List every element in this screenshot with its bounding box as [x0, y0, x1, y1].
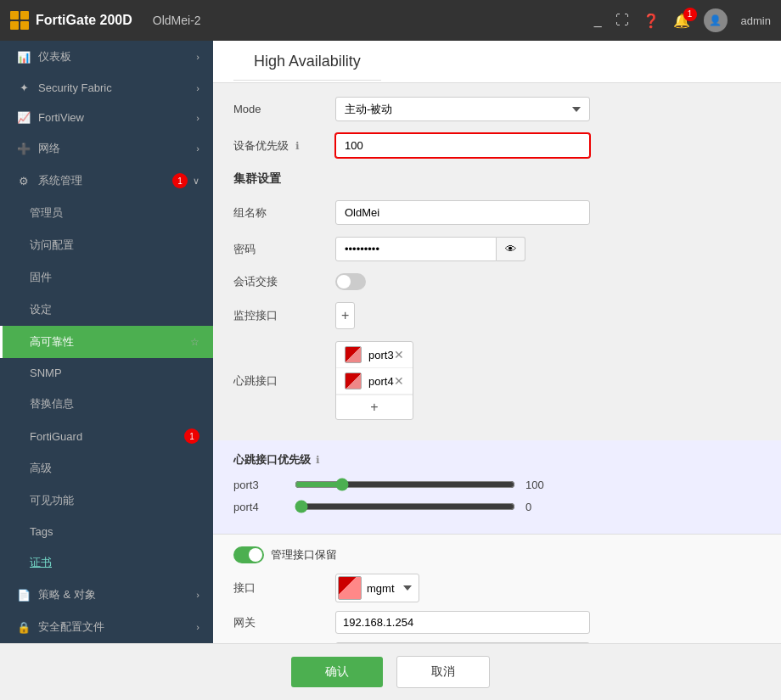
- cancel-button[interactable]: 取消: [396, 656, 490, 688]
- sidebar-item-firmware[interactable]: 固件: [0, 261, 213, 294]
- main-layout: 📊 仪表板 › ✦ Security Fabric › 📈 FortiView …: [0, 41, 781, 643]
- mgmt-gateway-row: 网关 192.168.1.254: [233, 611, 761, 634]
- policy-icon: 📄: [16, 589, 31, 602]
- group-name-input[interactable]: OldMei: [335, 200, 590, 225]
- sidebar-item-settings[interactable]: 设定: [0, 294, 213, 326]
- sidebar-label-dashboard: 仪表板: [38, 49, 71, 64]
- sidebar-item-fortiguard[interactable]: FortiGuard 1: [0, 420, 213, 452]
- port4-remove-button[interactable]: ✕: [394, 374, 404, 388]
- sidebar-item-system-mgmt[interactable]: ⚙ 系统管理 1 ∨: [0, 165, 213, 197]
- sidebar-label-network: 网络: [38, 141, 60, 156]
- avatar[interactable]: 👤: [704, 8, 728, 32]
- brand-name: FortiGate 200D: [36, 13, 132, 28]
- mgmt-iface-select[interactable]: mgmt: [363, 578, 419, 599]
- nav-icons: _ ⛶ ❓ 🔔 1 👤 admin: [594, 8, 771, 32]
- port3-remove-button[interactable]: ✕: [394, 348, 404, 361]
- sidebar-item-visible-feature[interactable]: 可见功能: [0, 484, 213, 517]
- system-badge: 1: [172, 173, 188, 188]
- password-row: 密码 👁: [233, 237, 761, 261]
- priority-port4-label: port4: [233, 501, 284, 513]
- group-name-row: 组名称 OldMei: [233, 200, 761, 225]
- terminal-icon[interactable]: _: [594, 13, 602, 28]
- sidebar-label-advanced: 高级: [30, 461, 52, 476]
- top-nav: FortiGate 200D OldMei-2 _ ⛶ ❓ 🔔 1 👤 admi…: [0, 0, 781, 41]
- mgmt-iface-toggle[interactable]: [233, 546, 264, 563]
- sidebar-item-access-config[interactable]: 访问配置: [0, 229, 213, 261]
- password-input[interactable]: [335, 237, 497, 261]
- sidebar-item-advanced[interactable]: 高级: [0, 452, 213, 484]
- fortiguard-badge: 1: [184, 428, 199, 444]
- sidebar-item-policy-obj[interactable]: 📄 策略 & 对象 ›: [0, 579, 213, 611]
- mgmt-gateway-input[interactable]: 192.168.1.254: [335, 611, 590, 634]
- sidebar-label-replace-msg: 替换信息: [30, 396, 74, 412]
- sidebar-label-fortiguard: FortiGuard: [30, 430, 82, 443]
- iface-item-port4: port4 ✕: [336, 368, 413, 395]
- fortiview-icon: 📈: [16, 111, 31, 124]
- sidebar-label-security-profile: 安全配置文件: [38, 619, 104, 635]
- monitor-iface-row: 监控接口 +: [233, 302, 761, 329]
- priority-port4-row: port4 0: [233, 500, 761, 513]
- sidebar-item-admin[interactable]: 管理员: [0, 197, 213, 229]
- heartbeat-iface-label: 心跳接口: [233, 373, 335, 389]
- mgmt-iface-thumb: [338, 576, 362, 600]
- sidebar-item-security-fabric[interactable]: ✦ Security Fabric ›: [0, 73, 213, 103]
- bell-icon[interactable]: 🔔 1: [673, 13, 690, 29]
- device-priority-label: 设备优先级 ℹ: [233, 138, 335, 154]
- sidebar-label-policy-obj: 策略 & 对象: [38, 587, 96, 602]
- fullscreen-icon[interactable]: ⛶: [615, 13, 629, 28]
- notification-badge: 1: [683, 8, 697, 21]
- security-fabric-icon: ✦: [16, 81, 31, 94]
- star-icon[interactable]: ☆: [190, 336, 199, 348]
- priority-port3-slider[interactable]: [295, 478, 515, 491]
- cluster-settings-title: 集群设置: [233, 171, 761, 190]
- sidebar-item-network[interactable]: ➕ 网络 ›: [0, 132, 213, 165]
- port3-icon: [345, 346, 362, 363]
- hostname: OldMei-2: [153, 14, 201, 27]
- sidebar-label-fortiview: FortiView: [38, 111, 84, 124]
- sidebar-item-security-profile[interactable]: 🔒 安全配置文件 ›: [0, 611, 213, 643]
- show-password-button[interactable]: 👁: [497, 237, 525, 261]
- sidebar-label-firmware: 固件: [30, 270, 52, 285]
- sidebar-item-ha[interactable]: 高可靠性 ☆: [0, 326, 213, 358]
- password-label: 密码: [233, 242, 335, 257]
- mode-row: Mode 主动-被动主动-主动独立: [233, 97, 761, 121]
- dashboard-icon: 📊: [16, 51, 31, 64]
- chevron-icon: ›: [196, 590, 199, 600]
- mgmt-iface-select-wrap: mgmt: [335, 574, 419, 602]
- priority-port3-label: port3: [233, 479, 284, 491]
- mgmt-gateway-label: 网关: [233, 615, 335, 630]
- priority-port3-value: 100: [525, 479, 551, 491]
- help-icon[interactable]: ❓: [643, 13, 660, 29]
- port4-icon: [345, 372, 362, 389]
- page-title: High Availability: [233, 41, 381, 81]
- monitor-iface-add-button[interactable]: +: [336, 303, 354, 328]
- chevron-down-icon: ∨: [193, 176, 199, 187]
- logo-grid: [10, 11, 29, 30]
- sidebar-label-access-config: 访问配置: [30, 238, 74, 253]
- sidebar: 📊 仪表板 › ✦ Security Fabric › 📈 FortiView …: [0, 41, 213, 643]
- device-priority-input[interactable]: 100: [335, 133, 590, 158]
- sidebar-item-replace-msg[interactable]: 替换信息: [0, 388, 213, 420]
- logo: FortiGate 200D: [10, 11, 132, 30]
- heartbeat-iface-add-button[interactable]: +: [336, 395, 413, 419]
- content-area: High Availability Mode 主动-被动主动-主动独立 设备优先…: [213, 41, 781, 643]
- bottom-bar: 确认 取消: [0, 643, 781, 700]
- sidebar-label-ha: 高可靠性: [30, 334, 74, 350]
- heartbeat-priority-info-icon: ℹ: [316, 454, 320, 466]
- mgmt-iface-label: 管理接口保留: [271, 547, 337, 563]
- session-sync-toggle[interactable]: [335, 273, 366, 290]
- sidebar-item-dashboard[interactable]: 📊 仪表板 ›: [0, 41, 213, 73]
- sidebar-item-certs[interactable]: 证书: [0, 546, 213, 579]
- session-sync-row: 会话交接: [233, 273, 761, 290]
- monitor-iface-label: 监控接口: [233, 308, 335, 323]
- sidebar-item-tags[interactable]: Tags: [0, 517, 213, 546]
- username: admin: [741, 14, 771, 27]
- chevron-icon: ›: [196, 52, 199, 62]
- heartbeat-priority-title: 心跳接口优先级: [233, 452, 311, 468]
- chevron-icon: ›: [196, 83, 199, 93]
- sidebar-item-fortiview[interactable]: 📈 FortiView ›: [0, 103, 213, 132]
- priority-port4-slider[interactable]: [295, 500, 515, 513]
- mode-select[interactable]: 主动-被动主动-主动独立: [335, 97, 590, 121]
- confirm-button[interactable]: 确认: [291, 657, 383, 687]
- sidebar-item-snmp[interactable]: SNMP: [0, 358, 213, 388]
